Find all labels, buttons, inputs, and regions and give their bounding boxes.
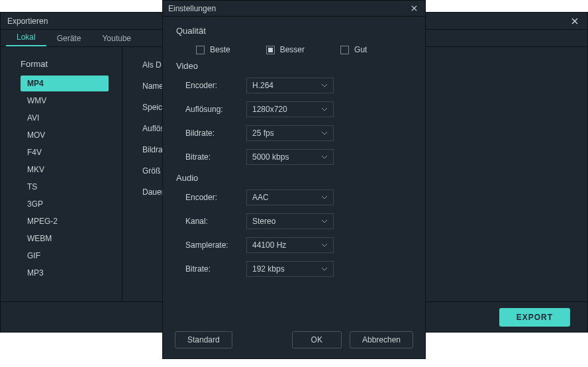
- format-item-mpeg2[interactable]: MPEG-2: [21, 213, 109, 229]
- audio-bitrate-row: Bitrate: 192 kbps: [176, 261, 412, 277]
- ok-button[interactable]: OK: [292, 331, 342, 348]
- export-title: Exportieren: [7, 13, 48, 30]
- field-label: Bitrate:: [185, 264, 246, 274]
- checkbox-icon: [196, 46, 205, 54]
- quality-option-label: Gut: [354, 45, 367, 54]
- dropdown-value: 1280x720: [252, 105, 287, 114]
- export-button[interactable]: EXPORT: [499, 308, 570, 327]
- quality-section-label: Qualität: [176, 26, 412, 36]
- video-framerate-row: Bildrate: 25 fps: [176, 125, 412, 141]
- settings-footer: Standard OK Abbrechen: [163, 327, 425, 358]
- field-label: Encoder:: [185, 193, 246, 202]
- dropdown-value: 25 fps: [252, 129, 274, 138]
- video-resolution-row: Auflösung: 1280x720: [176, 101, 412, 117]
- format-item-ts[interactable]: TS: [21, 179, 109, 195]
- settings-dialog: Einstellungen Qualität Beste Besser Gut …: [162, 0, 426, 359]
- dropdown-value: 192 kbps: [252, 264, 285, 274]
- audio-channel-dropdown[interactable]: Stereo: [246, 213, 334, 229]
- chevron-down-icon: [321, 194, 328, 201]
- quality-option-besser[interactable]: Besser: [266, 45, 305, 54]
- settings-title: Einstellungen: [168, 4, 216, 13]
- video-framerate-dropdown[interactable]: 25 fps: [246, 125, 334, 141]
- settings-titlebar: Einstellungen: [163, 1, 425, 17]
- format-item-wmv[interactable]: WMV: [21, 93, 109, 109]
- field-label: Encoder:: [185, 81, 246, 90]
- video-section-label: Video: [176, 61, 412, 71]
- quality-option-beste[interactable]: Beste: [196, 45, 230, 54]
- quality-option-gut[interactable]: Gut: [340, 45, 367, 54]
- format-item-f4v[interactable]: F4V: [21, 144, 109, 160]
- chevron-down-icon: [321, 106, 328, 113]
- format-item-mp4[interactable]: MP4: [21, 76, 109, 91]
- video-bitrate-row: Bitrate: 5000 kbps: [176, 149, 412, 165]
- field-label: Auflösung:: [185, 105, 246, 114]
- quality-option-label: Besser: [280, 45, 305, 54]
- dropdown-value: AAC: [252, 193, 269, 202]
- tab-geraete[interactable]: Geräte: [46, 30, 92, 46]
- audio-section-label: Audio: [176, 173, 412, 183]
- video-encoder-row: Encoder: H.264: [176, 78, 412, 93]
- format-sidebar: Format MP4 WMV AVI MOV F4V MKV TS 3GP MP…: [1, 47, 122, 301]
- tab-lokal[interactable]: Lokal: [6, 29, 46, 46]
- cancel-button[interactable]: Abbrechen: [350, 331, 413, 348]
- video-encoder-dropdown[interactable]: H.264: [246, 78, 334, 93]
- chevron-down-icon: [321, 82, 328, 89]
- audio-channel-row: Kanal: Stereo: [176, 213, 412, 229]
- default-button[interactable]: Standard: [175, 331, 232, 348]
- audio-bitrate-dropdown[interactable]: 192 kbps: [246, 261, 334, 277]
- format-item-mkv[interactable]: MKV: [21, 162, 109, 178]
- sidebar-heading: Format: [21, 59, 109, 69]
- dropdown-value: 44100 Hz: [252, 240, 286, 250]
- field-label: Kanal:: [185, 217, 246, 226]
- video-resolution-dropdown[interactable]: 1280x720: [246, 101, 334, 117]
- format-item-gif[interactable]: GIF: [21, 248, 109, 264]
- audio-samplerate-row: Samplerate: 44100 Hz: [176, 237, 412, 253]
- settings-body: Qualität Beste Besser Gut Video Encoder:…: [163, 17, 425, 277]
- quality-options: Beste Besser Gut: [176, 42, 412, 61]
- field-label: Samplerate:: [185, 240, 246, 250]
- format-item-avi[interactable]: AVI: [21, 110, 109, 126]
- checkbox-icon: [266, 46, 275, 54]
- checkbox-icon: [340, 46, 349, 54]
- dropdown-value: Stereo: [252, 217, 275, 226]
- quality-option-label: Beste: [210, 45, 230, 54]
- field-label: Bitrate:: [185, 152, 246, 162]
- dropdown-value: 5000 kbps: [252, 152, 289, 162]
- close-icon[interactable]: [569, 15, 581, 27]
- format-item-mp3[interactable]: MP3: [21, 265, 109, 281]
- chevron-down-icon: [321, 242, 328, 248]
- tab-youtube[interactable]: Youtube: [91, 30, 142, 46]
- dropdown-value: H.264: [252, 81, 273, 90]
- chevron-down-icon: [321, 218, 328, 225]
- audio-samplerate-dropdown[interactable]: 44100 Hz: [246, 237, 334, 253]
- chevron-down-icon: [321, 130, 328, 136]
- field-label: Bildrate:: [185, 129, 246, 138]
- chevron-down-icon: [321, 154, 328, 160]
- format-item-webm[interactable]: WEBM: [21, 231, 109, 246]
- close-icon[interactable]: [408, 3, 420, 15]
- audio-encoder-dropdown[interactable]: AAC: [246, 189, 334, 205]
- format-item-mov[interactable]: MOV: [21, 127, 109, 143]
- video-bitrate-dropdown[interactable]: 5000 kbps: [246, 149, 334, 165]
- format-item-3gp[interactable]: 3GP: [21, 196, 109, 212]
- audio-encoder-row: Encoder: AAC: [176, 189, 412, 205]
- chevron-down-icon: [321, 266, 328, 272]
